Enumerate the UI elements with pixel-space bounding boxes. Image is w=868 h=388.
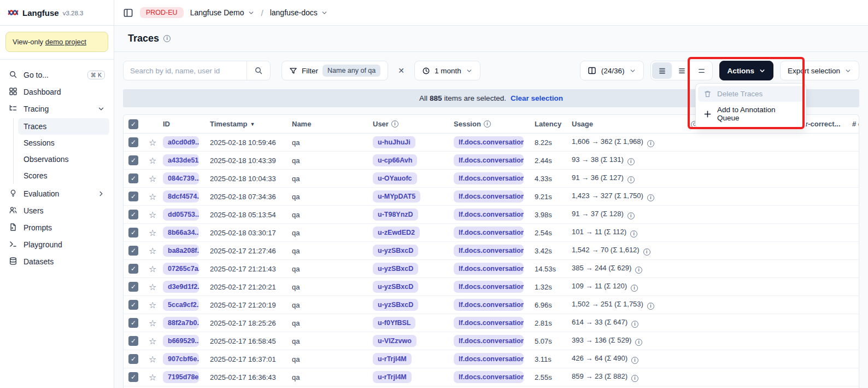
org-breadcrumb[interactable]: Langfuse Demo [190, 8, 255, 17]
session-badge[interactable]: lf.docs.conversation... [454, 172, 524, 184]
row-height-large-icon[interactable] [691, 62, 711, 79]
user-badge[interactable]: u-MYpDAT5 [373, 190, 420, 202]
sidebar-item-traces[interactable]: Traces [18, 118, 109, 135]
trace-id-badge[interactable]: a0cd0d9... [163, 136, 199, 148]
trace-id-badge[interactable]: 8b66a34... [163, 227, 199, 239]
row-checkbox[interactable] [128, 264, 138, 274]
trace-id-badge[interactable]: 907cbf6e... [163, 353, 199, 365]
session-badge[interactable]: lf.docs.conversation... [454, 154, 524, 166]
user-badge[interactable]: u-f0YfBSL [373, 317, 415, 329]
trace-id-badge[interactable]: dd05753... [163, 209, 199, 221]
name-column-header[interactable]: Name [286, 115, 367, 134]
row-checkbox[interactable] [128, 210, 138, 219]
star-icon[interactable] [149, 246, 156, 256]
row-checkbox[interactable] [128, 192, 138, 201]
search-icon[interactable] [247, 61, 270, 80]
info-icon[interactable] [647, 194, 654, 201]
project-breadcrumb[interactable]: langfuse-docs [270, 8, 328, 17]
menu-item-add-to-annotation-queue[interactable]: Add to Annotation Queue [698, 102, 804, 126]
info-icon[interactable] [643, 248, 650, 256]
sidebar-item-scores[interactable]: Scores [18, 167, 109, 184]
usage-column-header[interactable]: Usage [566, 115, 685, 134]
star-icon[interactable] [149, 228, 156, 238]
search-input[interactable] [130, 67, 247, 75]
trace-id-badge[interactable]: 5cca9cf2... [163, 299, 199, 311]
row-checkbox[interactable] [128, 228, 138, 238]
sidebar-item-evaluation[interactable]: Evaluation [4, 185, 109, 202]
info-icon[interactable] [627, 158, 635, 165]
sidebar-item-observations[interactable]: Observations [18, 151, 109, 167]
session-badge[interactable]: lf.docs.conversation... [454, 353, 524, 365]
id-column-header[interactable]: ID [157, 115, 204, 134]
user-badge[interactable]: u-yzSBxcD [373, 281, 418, 293]
trace-id-badge[interactable]: 7195d78e... [163, 371, 199, 383]
user-badge[interactable]: u-VIZzvwo [373, 335, 417, 347]
row-height-small-icon[interactable] [652, 62, 672, 79]
session-badge[interactable]: lf.docs.conversation... [454, 371, 524, 383]
user-badge[interactable]: u-rTrjl4M [373, 353, 412, 365]
star-icon[interactable] [149, 282, 156, 292]
sidebar-item-sessions[interactable]: Sessions [18, 135, 109, 151]
sidebar-item-goto[interactable]: Go to... ⌘ K [4, 66, 109, 83]
row-checkbox[interactable] [128, 354, 138, 364]
user-badge[interactable]: u-yzSBxcD [373, 299, 418, 311]
info-icon[interactable] [627, 176, 635, 183]
info-icon[interactable] [630, 230, 637, 238]
row-checkbox[interactable] [128, 300, 138, 310]
sidebar-item-users[interactable]: Users [4, 202, 109, 219]
row-checkbox[interactable] [128, 173, 138, 183]
trace-id-badge[interactable]: b669529... [163, 335, 199, 347]
user-badge[interactable]: u-cp66Avh [373, 154, 417, 166]
sidebar-toggle-icon[interactable] [123, 8, 133, 18]
info-icon[interactable] [627, 212, 635, 219]
info-icon[interactable] [631, 285, 638, 292]
session-badge[interactable]: lf.docs.conversation... [454, 136, 524, 148]
clear-selection-link[interactable]: Clear selection [511, 94, 563, 102]
latency-column-header[interactable]: Latency [529, 115, 566, 134]
star-icon[interactable] [149, 318, 156, 328]
star-icon[interactable] [149, 373, 156, 382]
star-icon[interactable] [149, 210, 156, 219]
star-icon[interactable] [149, 156, 156, 165]
session-column-header[interactable]: Session [448, 115, 529, 134]
sidebar-item-tracing[interactable]: Tracing [4, 100, 109, 117]
row-checkbox[interactable] [128, 137, 138, 147]
star-icon[interactable] [149, 300, 156, 310]
user-badge[interactable]: u-T98YnzD [373, 209, 418, 221]
session-badge[interactable]: lf.docs.conversation... [454, 245, 524, 257]
star-icon[interactable] [149, 264, 156, 274]
session-badge[interactable]: lf.docs.conversation... [454, 281, 524, 293]
menu-item-delete-traces[interactable]: Delete Traces [698, 86, 804, 102]
session-badge[interactable]: lf.docs.conversation... [454, 335, 524, 347]
info-icon[interactable] [635, 267, 642, 274]
user-badge[interactable]: u-yzSBxcD [373, 245, 418, 257]
trace-id-badge[interactable]: 88f2a7b0... [163, 317, 199, 329]
session-badge[interactable]: lf.docs.conversation... [454, 209, 524, 221]
row-height-medium-icon[interactable] [672, 62, 691, 79]
row-checkbox[interactable] [128, 318, 138, 328]
star-icon[interactable] [149, 192, 156, 201]
extra-column-header[interactable]: # c [847, 115, 859, 134]
sidebar-item-datasets[interactable]: Datasets [4, 253, 109, 270]
session-badge[interactable]: lf.docs.conversation... [454, 317, 524, 329]
sidebar-item-dashboard[interactable]: Dashboard [4, 83, 109, 100]
user-badge[interactable]: u-huJhuJi [373, 136, 415, 148]
user-badge[interactable]: u-zEwdED2 [373, 227, 420, 239]
columns-button[interactable]: (24/36) [580, 61, 644, 80]
info-icon[interactable] [647, 303, 654, 310]
filter-button[interactable]: Filter Name any of qa [281, 61, 388, 80]
trace-id-badge[interactable]: 084c739... [163, 172, 199, 184]
user-column-header[interactable]: User [367, 115, 448, 134]
info-icon[interactable] [163, 35, 171, 42]
time-range-button[interactable]: 1 month [414, 61, 480, 80]
user-badge[interactable]: u-yzSBxcD [373, 263, 418, 275]
sidebar-item-playground[interactable]: Playground [4, 236, 109, 253]
trace-id-badge[interactable]: d3e9d1f2... [163, 281, 199, 293]
info-icon[interactable] [631, 321, 638, 328]
trace-id-badge[interactable]: 8dcf4574... [163, 190, 199, 202]
user-badge[interactable]: u-OYauofc [373, 172, 417, 184]
session-badge[interactable]: lf.docs.conversation... [454, 263, 524, 275]
clear-filter-icon[interactable]: ✕ [394, 64, 409, 77]
row-checkbox[interactable] [128, 155, 138, 165]
row-checkbox[interactable] [128, 336, 138, 346]
